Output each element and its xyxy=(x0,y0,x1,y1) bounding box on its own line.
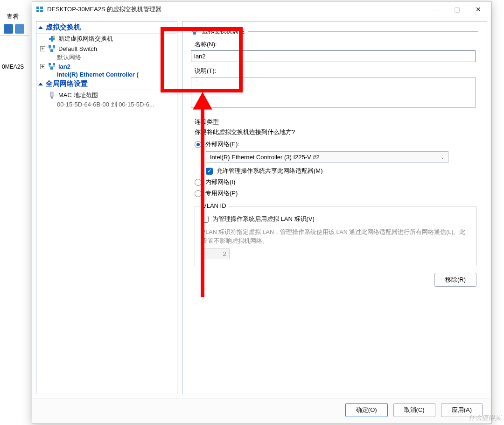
radio-private-row[interactable]: 专用网络(P) xyxy=(195,189,476,198)
radio-private[interactable] xyxy=(195,190,202,197)
expand-toggle[interactable]: + xyxy=(40,64,45,69)
radio-external-row[interactable]: 外部网络(E): xyxy=(195,140,476,149)
svg-rect-14 xyxy=(51,97,53,99)
toolbar-console-icon[interactable] xyxy=(15,24,24,34)
new-switch-icon xyxy=(48,35,56,42)
svg-rect-1 xyxy=(40,7,43,9)
svg-rect-15 xyxy=(191,28,194,30)
tree-item-default-switch[interactable]: + Default Switch xyxy=(36,44,177,53)
toolbar-help-icon[interactable] xyxy=(4,24,13,34)
expand-toggle[interactable]: + xyxy=(40,46,45,51)
tree-spacer xyxy=(40,36,45,42)
section-global-settings[interactable]: 全局网络设置 xyxy=(36,78,177,90)
maximize-button: ▢ xyxy=(446,1,468,17)
tree-item-label: Default Switch xyxy=(58,45,97,52)
dialog-footer: 确定(O) 取消(C) 应用(A) xyxy=(32,398,491,424)
radio-private-label: 专用网络(P) xyxy=(205,189,238,198)
radio-internal-row[interactable]: 内部网络(I) xyxy=(195,178,476,186)
svg-rect-5 xyxy=(51,36,53,42)
chevron-up-icon xyxy=(38,26,43,29)
group-title-label: 虚拟交换机属性 xyxy=(202,27,245,35)
tree-item-label: MAC 地址范围 xyxy=(58,91,98,99)
vlan-legend: VLAN ID xyxy=(200,202,229,209)
allow-mgmt-os-row[interactable]: ✓ 允许管理操作系统共享此网络适配器(M) xyxy=(206,167,476,175)
tree-item-mac-range[interactable]: MAC 地址范围 xyxy=(36,90,177,100)
group-rule xyxy=(248,31,478,32)
virtual-switch-manager-dialog: DESKTOP-30MEA2S 的虚拟交换机管理器 — ▢ ✕ 虚拟交换机 新建… xyxy=(32,1,491,424)
left-tree-panel: 虚拟交换机 新建虚拟网络交换机 + Default Switch 默认网络 + xyxy=(36,21,177,394)
window-controls: — ▢ ✕ xyxy=(425,1,489,17)
close-button[interactable]: ✕ xyxy=(468,1,489,17)
description-field-label: 说明(T): xyxy=(195,67,478,75)
connection-type-title: 连接类型 xyxy=(195,118,476,126)
ok-button[interactable]: 确定(O) xyxy=(345,403,388,417)
switch-icon xyxy=(48,63,56,70)
tree-item-lan2[interactable]: + lan2 xyxy=(36,62,177,71)
svg-rect-0 xyxy=(36,7,39,9)
radio-external[interactable] xyxy=(195,141,202,148)
tree-spacer xyxy=(40,93,45,98)
tree-sub-lan2: Intel(R) Ethernet Controller ( xyxy=(36,71,177,78)
allow-mgmt-os-checkbox[interactable]: ✓ xyxy=(206,168,213,175)
vlan-groupbox: VLAN ID 为管理操作系统启用虚拟 LAN 标识(V) VLAN 标识符指定… xyxy=(195,206,476,266)
parent-toolbar xyxy=(0,22,29,36)
vlan-enable-label: 为管理操作系统启用虚拟 LAN 标识(V) xyxy=(212,215,315,223)
radio-internal-label: 内部网络(I) xyxy=(205,178,235,186)
chevron-up-icon xyxy=(38,83,43,85)
svg-rect-11 xyxy=(53,63,55,65)
tree-sub-default: 默认网络 xyxy=(36,53,177,62)
cancel-button[interactable]: 取消(C) xyxy=(393,403,435,417)
svg-rect-13 xyxy=(50,92,53,97)
svg-rect-7 xyxy=(49,45,51,48)
minimize-button[interactable]: — xyxy=(425,1,446,17)
tree-item-label: 新建虚拟网络交换机 xyxy=(58,35,113,43)
connection-type-prompt: 你要将此虚拟交换机连接到什么地方? xyxy=(195,128,476,136)
switch-icon xyxy=(48,45,56,52)
switch-description-input[interactable] xyxy=(191,77,476,108)
vlan-id-input xyxy=(202,248,230,259)
svg-rect-17 xyxy=(193,32,196,35)
connection-type-section: 连接类型 你要将此虚拟交换机连接到什么地方? 外部网络(E): Intel(R)… xyxy=(195,118,476,287)
svg-rect-9 xyxy=(50,50,53,52)
name-field-label: 名称(N): xyxy=(195,40,478,49)
radio-internal[interactable] xyxy=(195,179,202,186)
svg-rect-6 xyxy=(53,35,55,38)
group-switch-properties: 虚拟交换机属性 xyxy=(191,27,478,35)
external-nic-combo[interactable]: Intel(R) Ethernet Controller (3) I225-V … xyxy=(206,151,448,163)
svg-rect-3 xyxy=(40,10,43,12)
dialog-title: DESKTOP-30MEA2S 的虚拟交换机管理器 xyxy=(47,5,425,14)
dialog-body: 虚拟交换机 新建虚拟网络交换机 + Default Switch 默认网络 + xyxy=(32,17,491,398)
dialog-titlebar: DESKTOP-30MEA2S 的虚拟交换机管理器 — ▢ ✕ xyxy=(32,1,491,17)
section-label: 虚拟交换机 xyxy=(46,23,81,32)
svg-rect-12 xyxy=(50,67,53,70)
radio-external-label: 外部网络(E): xyxy=(205,140,239,149)
properties-panel: 虚拟交换机属性 名称(N): 说明(T): 连接类型 你要将此虚拟交换机连接到什… xyxy=(182,21,487,394)
remove-button[interactable]: 移除(R) xyxy=(434,273,476,287)
section-virtual-switches[interactable]: 虚拟交换机 xyxy=(36,21,177,34)
svg-rect-10 xyxy=(49,63,51,65)
combo-value: Intel(R) Ethernet Controller (3) I225-V … xyxy=(210,154,320,161)
remove-row: 移除(R) xyxy=(195,273,476,287)
mac-range-icon xyxy=(48,92,56,99)
section-label: 全局网络设置 xyxy=(46,79,88,88)
switch-name-input[interactable] xyxy=(191,50,476,62)
watermark-text: 什么值得买 xyxy=(469,414,501,422)
svg-rect-2 xyxy=(36,10,39,12)
svg-rect-8 xyxy=(53,45,55,48)
chevron-down-icon: ⌄ xyxy=(441,155,444,160)
vlan-description: VLAN 标识符指定虚拟 LAN，管理操作系统使用该 LAN 通过此网络适配器进… xyxy=(202,228,469,246)
tree-item-new-switch[interactable]: 新建虚拟网络交换机 xyxy=(36,34,177,44)
tree-sub-mac-range: 00-15-5D-64-6B-00 到 00-15-5D-6... xyxy=(36,100,177,109)
vlan-enable-row[interactable]: 为管理操作系统启用虚拟 LAN 标识(V) xyxy=(202,215,469,223)
switch-icon xyxy=(191,28,198,35)
allow-mgmt-os-label: 允许管理操作系统共享此网络适配器(M) xyxy=(217,167,323,175)
vlan-enable-checkbox[interactable] xyxy=(202,216,209,223)
parent-tree-node[interactable]: 0MEA2S xyxy=(0,61,26,73)
svg-rect-16 xyxy=(196,28,198,30)
tree-item-label: lan2 xyxy=(58,63,70,70)
app-icon xyxy=(36,6,43,13)
